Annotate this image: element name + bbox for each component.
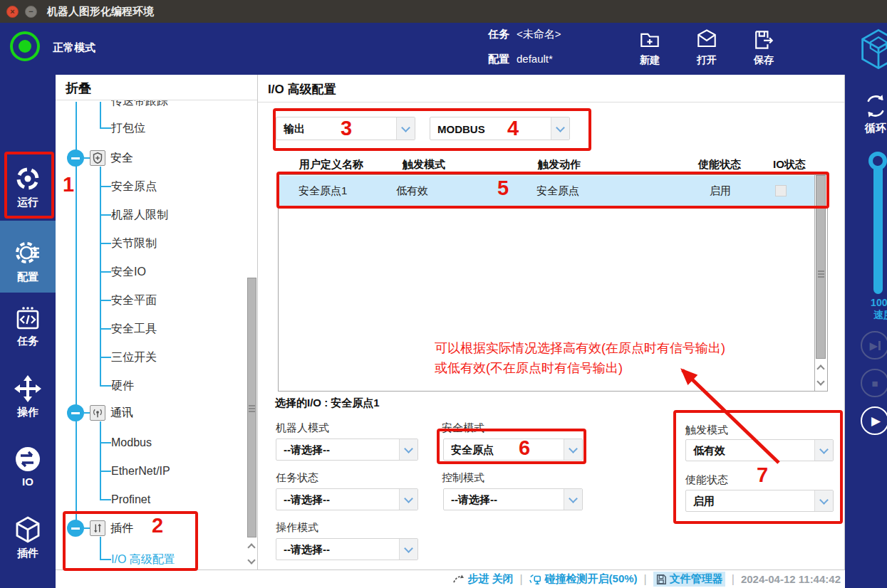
run-target-icon bbox=[13, 164, 43, 194]
config-value: default* bbox=[517, 53, 553, 65]
tree-node-plugin[interactable]: 插件 bbox=[67, 518, 133, 538]
tree-scrollbar-thumb[interactable] bbox=[247, 278, 256, 537]
scroll-grip bbox=[249, 408, 255, 409]
config-row: 配置default* bbox=[488, 53, 553, 66]
control-mode-dropdown[interactable]: --请选择-- bbox=[443, 488, 583, 510]
sidebar-item-run-label: 运行 bbox=[0, 196, 56, 209]
file-manager-button[interactable]: 文件管理器 bbox=[653, 572, 725, 587]
sidebar-item-operate[interactable]: 操作 bbox=[0, 374, 56, 419]
tree-item-profinet[interactable]: Profinet bbox=[111, 490, 150, 510]
sliders-icon bbox=[90, 520, 105, 536]
tree-item-safety-tool[interactable]: 安全工具 bbox=[111, 319, 157, 339]
trigger-mode-dropdown[interactable]: 低有效 bbox=[685, 439, 834, 461]
collision-detect-icon bbox=[529, 574, 542, 585]
save-button[interactable]: 保存 bbox=[739, 27, 789, 67]
divider bbox=[258, 102, 844, 103]
shield-plus-icon bbox=[90, 150, 105, 166]
speed-slider-track[interactable] bbox=[873, 167, 883, 294]
tree-connector-line bbox=[100, 167, 101, 387]
table-scrollbar-thumb[interactable] bbox=[816, 175, 826, 359]
tree-item-three-position-switch[interactable]: 三位开关 bbox=[111, 347, 157, 367]
enable-state-dropdown[interactable]: 启用 bbox=[685, 490, 834, 512]
table-scroll-up-icon[interactable] bbox=[816, 364, 824, 372]
tree-item-robot-limit[interactable]: 机器人限制 bbox=[111, 205, 168, 225]
sidebar-item-task[interactable]: 任务 bbox=[0, 304, 56, 348]
sidebar-item-run[interactable]: 运行 bbox=[0, 164, 56, 209]
sidebar-item-plugin[interactable]: 插件 bbox=[0, 515, 56, 560]
table-row[interactable]: 安全原点1 低有效 安全原点 启用 bbox=[279, 176, 814, 207]
stop-icon: ■ bbox=[871, 378, 878, 389]
scroll-grip bbox=[818, 276, 824, 278]
collision-status[interactable]: 碰撞检测开启(50%) bbox=[529, 572, 638, 586]
move-arrows-icon bbox=[13, 374, 43, 404]
tree-item-safety-plane[interactable]: 安全平面 bbox=[111, 290, 157, 310]
control-mode-label: 控制模式 bbox=[442, 471, 484, 485]
tree-connector-line bbox=[100, 421, 101, 500]
io-direction-value: 输出 bbox=[284, 122, 305, 135]
robot-mode-dropdown[interactable]: --请选择-- bbox=[276, 439, 418, 461]
tree-item-safety-io[interactable]: 安全IO bbox=[111, 262, 146, 282]
tree-stub bbox=[100, 271, 111, 273]
tree-item-io-advanced-config[interactable]: I/O 高级配置 bbox=[111, 550, 175, 569]
table-scrollbar[interactable] bbox=[814, 175, 827, 391]
tree-scroll-down-icon[interactable] bbox=[247, 556, 255, 564]
sidebar-item-io-label: IO bbox=[0, 476, 56, 488]
open-button[interactable]: 打开 bbox=[682, 27, 732, 67]
safety-mode-label: 安全模式 bbox=[442, 421, 484, 435]
tree-node-safety[interactable]: 安全 bbox=[67, 148, 133, 168]
sidebar-item-io[interactable]: IO bbox=[0, 445, 56, 488]
task-state-dropdown[interactable]: --请选择-- bbox=[276, 488, 418, 510]
tree-collapse-header[interactable]: 折叠 bbox=[56, 75, 257, 100]
new-button[interactable]: 新建 bbox=[625, 27, 675, 67]
status-divider: | bbox=[519, 573, 522, 586]
close-icon[interactable]: × bbox=[6, 6, 19, 18]
collapse-minus-icon[interactable] bbox=[67, 149, 84, 167]
robot-programming-app: × − 机器人图形化编程环境 正常模式 任务<未命名> 配置default* 新… bbox=[0, 0, 887, 588]
tree-item-safety-home[interactable]: 安全原点 bbox=[111, 177, 157, 196]
stop-button[interactable]: ■ bbox=[861, 369, 887, 397]
new-button-label: 新建 bbox=[625, 54, 675, 67]
op-mode-dropdown[interactable]: --请选择-- bbox=[276, 538, 418, 560]
chevron-down-icon bbox=[814, 490, 833, 511]
robot-mode-label: 机器人模式 bbox=[276, 421, 329, 435]
collapse-minus-icon[interactable] bbox=[67, 404, 84, 421]
step-status[interactable]: 步进 关闭 bbox=[452, 572, 513, 586]
tree-connector-line bbox=[100, 102, 101, 129]
sidebar-item-config-label: 配置 bbox=[0, 271, 56, 284]
tree-item-ethernet-ip[interactable]: EtherNet/IP bbox=[111, 461, 170, 481]
minimize-icon[interactable]: − bbox=[25, 6, 37, 18]
collapse-minus-icon[interactable] bbox=[67, 520, 84, 537]
right-control-sidebar: 循环 100% 速度 ▶ ■ ▶ bbox=[845, 75, 887, 588]
task-row: 任务<未命名> bbox=[488, 28, 561, 41]
enable-state-label: 使能状态 bbox=[685, 473, 728, 487]
tree-node-communication[interactable]: 通讯 bbox=[67, 403, 133, 423]
tree-item-pack-position[interactable]: 打包位 bbox=[111, 118, 145, 138]
step-forward-button[interactable]: ▶ bbox=[861, 331, 887, 359]
trigger-mode-label: 触发模式 bbox=[685, 424, 728, 437]
table-scroll-down-icon[interactable] bbox=[816, 377, 824, 385]
tree-item-modbus[interactable]: Modbus bbox=[111, 433, 152, 453]
tree-stub bbox=[100, 442, 111, 443]
play-button[interactable]: ▶ bbox=[861, 406, 887, 435]
safety-mode-dropdown[interactable]: 安全原点 bbox=[443, 439, 583, 461]
antenna-icon bbox=[90, 405, 105, 421]
io-state-checkbox[interactable] bbox=[775, 185, 787, 196]
page-title: I/O 高级配置 bbox=[268, 81, 336, 98]
tree-scroll-up-icon[interactable] bbox=[247, 543, 255, 551]
protocol-dropdown[interactable]: MODBUS bbox=[430, 117, 570, 140]
tree-item-clipped[interactable]: 传送带跟踪 bbox=[111, 100, 168, 110]
task-label: 任务 bbox=[488, 28, 509, 40]
io-direction-dropdown[interactable]: 输出 bbox=[276, 117, 415, 140]
file-manager-label: 文件管理器 bbox=[670, 572, 723, 586]
cycle-label: 循环 bbox=[845, 122, 887, 135]
tree-item-joint-limit[interactable]: 关节限制 bbox=[111, 233, 157, 253]
cycle-icon[interactable] bbox=[862, 93, 887, 120]
open-button-label: 打开 bbox=[682, 54, 732, 67]
tree-item-hardware[interactable]: 硬件 bbox=[111, 376, 134, 396]
skip-icon: ▶ bbox=[869, 340, 878, 351]
annotation-note-line2: 或低有效(不在原点时有信号输出) bbox=[435, 358, 725, 378]
sidebar-item-config[interactable]: 配置 bbox=[0, 237, 56, 284]
annotation-note-line1: 可以根据实际情况选择高有效(在原点时有信号输出) bbox=[435, 338, 725, 358]
status-bar: 步进 关闭 | 碰撞检测开启(50%) | 文件管理器 | 2024-04-12… bbox=[56, 569, 845, 588]
col-header-trigger-action: 触发动作 bbox=[538, 158, 581, 172]
